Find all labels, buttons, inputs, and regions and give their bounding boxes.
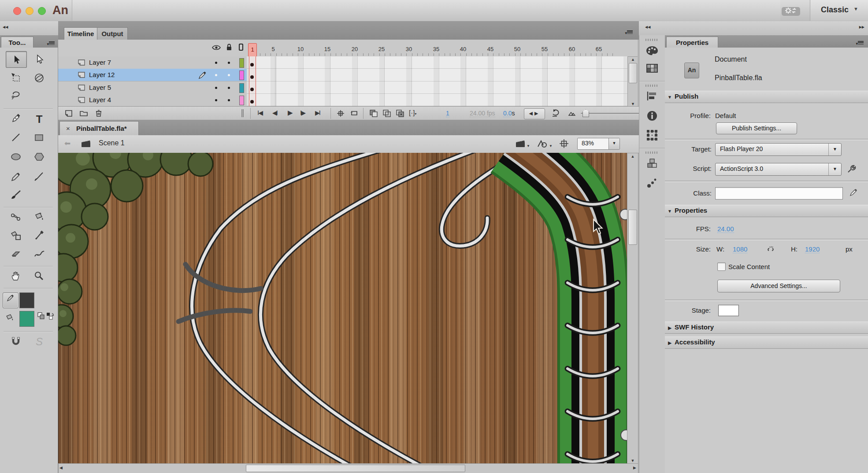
eyedropper-tool[interactable] bbox=[29, 230, 49, 244]
goto-first-frame-button[interactable]: Ⅰ◀ bbox=[257, 109, 262, 116]
layer-row[interactable]: Layer 5 bbox=[58, 81, 247, 94]
frames-zoom-slider-thumb[interactable] bbox=[582, 109, 589, 117]
timeline-scrollbar-thumb[interactable] bbox=[629, 63, 637, 83]
keyframe-dot[interactable] bbox=[250, 100, 254, 103]
layer-visibility-dot[interactable] bbox=[215, 74, 217, 76]
frame-step-buttons[interactable]: ◀▶ bbox=[524, 108, 545, 119]
publish-settings-button[interactable]: Publish Settings... bbox=[716, 122, 797, 134]
subselection-tool[interactable] bbox=[29, 51, 49, 67]
line-tool[interactable] bbox=[6, 132, 26, 146]
maximize-window-button[interactable] bbox=[38, 7, 46, 15]
outline-all-layers-icon[interactable] bbox=[238, 43, 244, 51]
layer-lock-dot[interactable] bbox=[228, 74, 230, 76]
zoom-tool[interactable] bbox=[29, 270, 49, 285]
transform-panel-icon[interactable] bbox=[646, 129, 658, 141]
stage-hscrollbar-thumb[interactable] bbox=[246, 465, 465, 472]
workspace-selector[interactable]: Classic ▼ bbox=[810, 0, 868, 21]
delete-layer-icon[interactable] bbox=[95, 109, 102, 117]
dropdown-caret-icon[interactable]: ▼ bbox=[828, 144, 841, 155]
stage-vscrollbar-thumb[interactable] bbox=[628, 210, 637, 245]
stroke-color-swatch[interactable] bbox=[19, 292, 34, 308]
stage-vscrollbar[interactable]: ▲ ▼ bbox=[627, 153, 638, 464]
fps-value[interactable]: 24.00 bbox=[717, 225, 734, 233]
keyframe-dot[interactable] bbox=[250, 75, 254, 79]
workspace-switcher-icon[interactable] bbox=[782, 7, 800, 16]
edit-scene-icon[interactable] bbox=[516, 139, 526, 148]
layer-visibility-dot[interactable] bbox=[215, 87, 217, 89]
lasso-tool[interactable] bbox=[6, 90, 26, 104]
step-forward-button[interactable]: Ⅰ▶ bbox=[300, 109, 305, 116]
stage-zoom-control[interactable]: 83% ▼ bbox=[577, 138, 620, 150]
lock-all-layers-icon[interactable] bbox=[226, 43, 232, 51]
smooth-option[interactable]: S bbox=[29, 336, 49, 350]
onion-skin-outlines-icon[interactable] bbox=[382, 109, 391, 118]
3d-rotation-tool[interactable] bbox=[29, 72, 49, 86]
link-width-height-icon[interactable] bbox=[766, 245, 775, 254]
collapse-panels-icon[interactable]: ◀◀ bbox=[645, 25, 650, 29]
document-tab[interactable]: × PinballTable.fla* bbox=[59, 121, 139, 136]
width-value[interactable]: 1080 bbox=[733, 245, 747, 253]
dock-grip[interactable] bbox=[645, 85, 659, 87]
frames-grid[interactable] bbox=[247, 56, 627, 106]
edit-actionscript-settings-icon[interactable] bbox=[846, 163, 857, 174]
show-hide-all-layers-icon[interactable] bbox=[212, 44, 221, 51]
black-white-colors-button[interactable] bbox=[37, 312, 45, 321]
reset-timeline-zoom-icon[interactable] bbox=[551, 109, 560, 118]
goto-last-frame-button[interactable]: ▶Ⅰ bbox=[315, 109, 320, 116]
components-panel-icon[interactable] bbox=[646, 158, 658, 169]
tab-timeline[interactable]: Timeline bbox=[64, 27, 97, 40]
stroke-color-button[interactable] bbox=[3, 292, 19, 308]
ink-brush-tool[interactable] bbox=[29, 171, 49, 185]
new-folder-icon[interactable] bbox=[79, 110, 88, 117]
selection-tool[interactable] bbox=[6, 51, 27, 68]
layer-visibility-dot[interactable] bbox=[215, 99, 217, 101]
free-transform-tool[interactable] bbox=[6, 72, 26, 86]
polystar-tool[interactable] bbox=[29, 152, 49, 166]
hand-tool[interactable] bbox=[6, 270, 26, 285]
height-value[interactable]: 1920 bbox=[805, 245, 820, 253]
scene-name[interactable]: Scene 1 bbox=[99, 139, 125, 147]
dropdown-caret-icon[interactable]: ▼ bbox=[828, 163, 841, 175]
eraser-tool[interactable] bbox=[6, 248, 26, 262]
onion-skin-icon[interactable] bbox=[369, 109, 378, 118]
tab-properties[interactable]: Properties bbox=[666, 37, 718, 48]
tab-tools[interactable]: Too... bbox=[1, 37, 33, 48]
timeline-panel-menu[interactable]: ▾ bbox=[625, 28, 633, 36]
edit-symbols-icon[interactable] bbox=[537, 139, 548, 148]
new-layer-icon[interactable] bbox=[65, 110, 73, 117]
edit-class-pencil-icon[interactable] bbox=[849, 188, 858, 197]
section-properties[interactable]: ▼Properties bbox=[665, 205, 868, 217]
layer-color-swatch[interactable] bbox=[239, 58, 244, 68]
minimize-window-button[interactable] bbox=[26, 7, 33, 15]
info-panel-icon[interactable] bbox=[646, 110, 658, 122]
layer-visibility-dot[interactable] bbox=[215, 62, 217, 64]
stage-hscrollbar[interactable]: ◀ ▶ bbox=[58, 463, 638, 473]
statusbar-grip[interactable] bbox=[241, 109, 244, 117]
class-input[interactable] bbox=[715, 187, 843, 200]
tools-panel-menu[interactable]: ▾ bbox=[47, 39, 55, 47]
layer-row[interactable]: Layer 7 bbox=[58, 56, 247, 69]
elapsed-time-value[interactable]: 0.0 bbox=[503, 110, 512, 117]
snap-to-objects-option[interactable] bbox=[6, 336, 26, 350]
stage-color-swatch[interactable] bbox=[718, 305, 739, 316]
playhead-marker[interactable]: 1 bbox=[248, 43, 257, 57]
pencil-tool[interactable] bbox=[6, 171, 26, 185]
elapsed-time-field[interactable]: 0.0s bbox=[503, 110, 515, 117]
scroll-up-icon[interactable]: ▲ bbox=[627, 153, 638, 159]
bone-tool[interactable] bbox=[6, 211, 26, 225]
dock-grip[interactable] bbox=[645, 152, 659, 154]
edit-scene-caret-icon[interactable]: ▼ bbox=[527, 144, 530, 148]
layer-color-swatch[interactable] bbox=[239, 70, 244, 80]
scroll-right-icon[interactable]: ▶ bbox=[633, 464, 636, 472]
dock-grip[interactable] bbox=[645, 39, 659, 41]
pen-tool[interactable] bbox=[6, 113, 26, 127]
timeline-scrollbar[interactable]: ▲ ▼ bbox=[627, 56, 638, 107]
properties-panel-menu[interactable]: ▾ bbox=[856, 39, 864, 47]
ink-bottle-tool[interactable] bbox=[6, 230, 26, 244]
tab-output[interactable]: Output bbox=[97, 27, 128, 40]
scroll-left-icon[interactable]: ◀ bbox=[59, 464, 63, 472]
target-dropdown[interactable]: Flash Player 20▼ bbox=[715, 143, 842, 156]
step-back-button[interactable]: ◀Ⅰ bbox=[272, 109, 277, 116]
section-swf-history[interactable]: ▶SWF History bbox=[665, 321, 868, 334]
loop-playback-icon[interactable] bbox=[350, 109, 359, 117]
